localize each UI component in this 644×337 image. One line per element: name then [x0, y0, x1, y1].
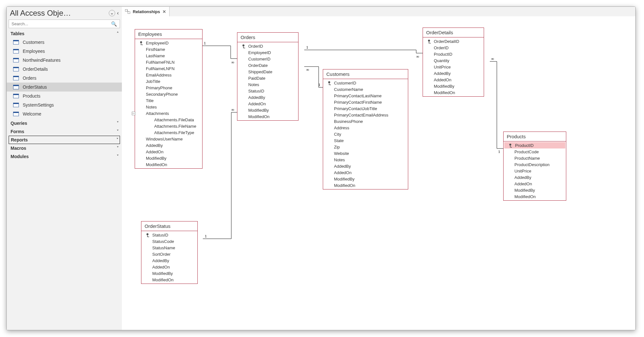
table-title[interactable]: OrderStatus — [141, 221, 197, 231]
field-productcode[interactable]: ProductCode — [504, 148, 566, 155]
nav-table-orders[interactable]: Orders — [7, 74, 122, 83]
field-attachments-filedata[interactable]: Attachments.FileData — [135, 116, 202, 123]
field-addedby[interactable]: AddedBy — [237, 94, 298, 100]
field-productdescription[interactable]: ProductDescription — [504, 161, 566, 168]
field-orderid[interactable]: OrderID — [237, 43, 298, 49]
table-orderdetails[interactable]: OrderDetailsOrderDetailIDOrderIDProductI… — [423, 28, 484, 97]
field-addedon[interactable]: AddedOn — [135, 148, 202, 155]
field-addedon[interactable]: AddedOn — [423, 76, 484, 83]
field-addedby[interactable]: AddedBy — [504, 174, 566, 181]
field-primaryphone[interactable]: PrimaryPhone — [135, 84, 202, 91]
field-attachments[interactable]: Attachments — [135, 110, 202, 116]
field-addedon[interactable]: AddedOn — [323, 169, 408, 176]
nav-table-products[interactable]: Products — [7, 92, 122, 100]
table-orderstatus[interactable]: OrderStatusStatusIDStatusCodeStatusNameS… — [141, 221, 198, 284]
field-orderdetailid[interactable]: OrderDetailID — [423, 38, 484, 44]
field-notes[interactable]: Notes — [323, 156, 408, 163]
field-modifiedby[interactable]: ModifiedBy — [135, 155, 202, 161]
group-header-macros[interactable]: Macros ˅ — [7, 144, 122, 152]
field-modifiedby[interactable]: ModifiedBy — [141, 270, 197, 277]
field-addedby[interactable]: AddedBy — [135, 142, 202, 148]
field-addedby[interactable]: AddedBy — [423, 70, 484, 76]
field-lastname[interactable]: LastName — [135, 52, 202, 59]
field-primarycontactlastname[interactable]: PrimaryContactLastName — [323, 92, 408, 99]
nav-filter-dropdown-icon[interactable]: ⌄ — [109, 10, 115, 16]
field-sortorder[interactable]: SortOrder — [141, 251, 197, 257]
search-input[interactable] — [9, 20, 108, 28]
field-businessphone[interactable]: BusinessPhone — [323, 118, 408, 124]
field-address[interactable]: Address — [323, 124, 408, 131]
field-attachments-filetype[interactable]: Attachments.FileType — [135, 129, 202, 136]
field-statuscode[interactable]: StatusCode — [141, 238, 197, 245]
field-productid[interactable]: ProductID — [423, 51, 484, 57]
table-title[interactable]: Employees — [135, 29, 202, 39]
nav-table-orderstatus[interactable]: OrderStatus — [7, 83, 122, 92]
field-productname[interactable]: ProductName — [504, 155, 566, 161]
nav-collapse-icon[interactable]: ‹ — [117, 10, 119, 16]
field-customerid[interactable]: CustomerID — [323, 80, 408, 86]
field-employeeid[interactable]: EmployeeID — [135, 40, 202, 46]
field-fullnamefnln[interactable]: FullNameFNLN — [135, 59, 202, 65]
nav-title[interactable]: All Access Obje… — [10, 9, 107, 18]
relationships-canvas[interactable]: 1 ∞ 1 ∞ 1 ∞ ∞ 1 ∞ 1 EmployeesEmployeeIDF… — [122, 16, 635, 330]
field-addedon[interactable]: AddedOn — [237, 100, 298, 107]
group-header-tables[interactable]: Tables ˄ — [7, 29, 122, 38]
nav-search[interactable]: 🔍 — [9, 20, 120, 28]
field-city[interactable]: City — [323, 131, 408, 137]
field-website[interactable]: Website — [323, 150, 408, 156]
field-customerid[interactable]: CustomerID — [237, 56, 298, 62]
nav-table-orderdetails[interactable]: OrderDetails — [7, 65, 122, 74]
field-unitprice[interactable]: UnitPrice — [504, 168, 566, 174]
table-title[interactable]: Orders — [237, 33, 298, 42]
table-customers[interactable]: CustomersCustomerIDCustomerNamePrimaryCo… — [323, 69, 408, 189]
field-paiddate[interactable]: PaidDate — [237, 75, 298, 81]
field-orderid[interactable]: OrderID — [423, 44, 484, 51]
nav-table-employees[interactable]: Employees — [7, 47, 122, 56]
field-modifiedon[interactable]: ModifiedOn — [141, 277, 197, 283]
field-jobtitle[interactable]: JobTitle — [135, 78, 202, 84]
field-modifiedby[interactable]: ModifiedBy — [323, 176, 408, 182]
field-addedby[interactable]: AddedBy — [323, 163, 408, 169]
field-employeeid[interactable]: EmployeeID — [237, 49, 298, 56]
field-modifiedon[interactable]: ModifiedOn — [323, 182, 408, 189]
field-modifiedon[interactable]: ModifiedOn — [423, 89, 484, 96]
group-header-reports[interactable]: Reports ˅ — [9, 136, 120, 144]
tab-relationships[interactable]: Relationships ✕ — [122, 7, 170, 16]
field-addedon[interactable]: AddedOn — [141, 264, 197, 270]
field-modifiedon[interactable]: ModifiedOn — [504, 193, 566, 200]
field-orderdate[interactable]: OrderDate — [237, 62, 298, 68]
field-addedby[interactable]: AddedBy — [141, 257, 197, 264]
field-modifiedon[interactable]: ModifiedOn — [135, 161, 202, 168]
table-title[interactable]: OrderDetails — [423, 28, 484, 37]
field-customername[interactable]: CustomerName — [323, 86, 408, 92]
field-notes[interactable]: Notes — [135, 104, 202, 110]
field-modifiedon[interactable]: ModifiedOn — [237, 113, 298, 120]
field-statusname[interactable]: StatusName — [141, 245, 197, 251]
field-title[interactable]: Title — [135, 97, 202, 104]
field-state[interactable]: State — [323, 137, 408, 144]
field-modifiedby[interactable]: ModifiedBy — [423, 83, 484, 89]
nav-table-northwindfeatures[interactable]: NorthwindFeatures — [7, 56, 122, 65]
nav-table-customers[interactable]: Customers — [7, 38, 122, 47]
field-fullnamelnfn[interactable]: FullNameLNFN — [135, 65, 202, 72]
table-employees[interactable]: EmployeesEmployeeIDFirstNameLastNameFull… — [135, 29, 203, 169]
field-modifiedby[interactable]: ModifiedBy — [237, 107, 298, 113]
nav-table-welcome[interactable]: Welcome — [7, 109, 122, 118]
table-title[interactable]: Customers — [323, 69, 408, 79]
field-emailaddress[interactable]: EmailAddress — [135, 72, 202, 78]
tab-close-icon[interactable]: ✕ — [163, 9, 166, 14]
table-title[interactable]: Products — [504, 132, 566, 141]
search-icon[interactable]: 🔍 — [108, 21, 120, 27]
field-modifiedby[interactable]: ModifiedBy — [504, 187, 566, 193]
field-attachments-filename[interactable]: Attachments.FileName — [135, 123, 202, 129]
field-unitprice[interactable]: UnitPrice — [423, 64, 484, 70]
field-primarycontactemailaddress[interactable]: PrimaryContactEmailAddress — [323, 112, 408, 118]
group-header-modules[interactable]: Modules ˅ — [7, 152, 122, 161]
field-quantity[interactable]: Quantity — [423, 57, 484, 64]
field-productid[interactable]: ProductID — [504, 142, 565, 148]
group-header-forms[interactable]: Forms ˅ — [7, 127, 122, 136]
group-header-queries[interactable]: Queries ˅ — [7, 119, 122, 127]
field-primarycontactjobtitle[interactable]: PrimaryContactJobTitle — [323, 105, 408, 112]
field-statusid[interactable]: StatusID — [141, 232, 197, 238]
table-orders[interactable]: OrdersOrderIDEmployeeIDCustomerIDOrderDa… — [237, 32, 298, 121]
